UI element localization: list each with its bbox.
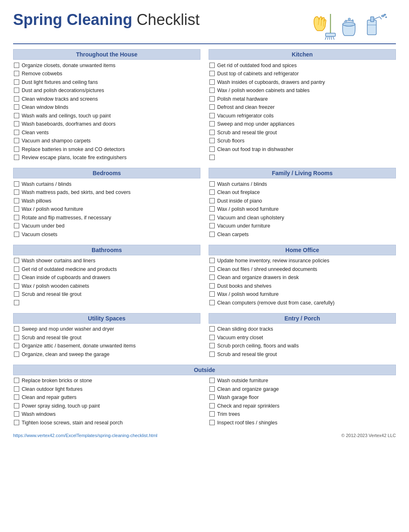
item-text: Organize, clean and sweep the garage (22, 351, 110, 358)
checkbox[interactable] (14, 206, 19, 212)
page-wrapper: Spring Cleaning Checklist (13, 11, 396, 438)
list-item: Scrub floors (209, 137, 396, 146)
item-text: Scrub and reseal tile grout (217, 351, 277, 358)
item-text: Check and repair sprinklers (217, 403, 279, 410)
checkbox[interactable] (209, 79, 215, 85)
checkbox[interactable] (14, 258, 19, 263)
checkbox[interactable] (14, 394, 19, 400)
section-items-bathrooms: Wash shower curtains and linersGet rid o… (13, 257, 200, 306)
checkbox[interactable] (14, 198, 19, 203)
list-item: Scrub and reseal tile grout (209, 350, 396, 359)
checkbox[interactable] (209, 138, 215, 143)
checkbox[interactable] (14, 275, 19, 280)
checkbox[interactable] (14, 420, 19, 425)
checkbox[interactable] (14, 223, 19, 228)
checkbox[interactable] (14, 71, 19, 76)
checkbox[interactable] (14, 352, 19, 357)
checkbox[interactable] (209, 291, 215, 297)
checkbox[interactable] (14, 147, 19, 152)
checkbox[interactable] (14, 386, 19, 392)
checkbox[interactable] (14, 283, 19, 289)
checkbox[interactable] (209, 223, 215, 228)
svg-rect-13 (326, 33, 335, 36)
checkbox[interactable] (209, 215, 215, 220)
list-item: Inspect roof tiles / shingles (209, 419, 396, 427)
checkbox[interactable] (14, 104, 19, 110)
list-item (13, 299, 200, 306)
checkbox[interactable] (209, 113, 215, 118)
checkbox[interactable] (14, 378, 19, 383)
list-item: Rotate and flip mattresses, if necessary (13, 214, 200, 222)
list-item: Wash insides of cupboards, drawers and p… (209, 78, 396, 87)
checkbox[interactable] (209, 189, 215, 195)
item-text: Replace batteries in smoke and CO detect… (22, 146, 125, 153)
checkbox[interactable] (209, 275, 215, 280)
checkbox[interactable] (14, 121, 19, 126)
checkbox[interactable] (209, 121, 215, 126)
checkbox[interactable] (209, 326, 215, 331)
checkbox[interactable] (14, 155, 19, 160)
checkbox[interactable] (209, 96, 215, 101)
item-text: Scrub porch ceiling, floors and walls (217, 343, 299, 350)
checkbox[interactable] (14, 189, 19, 195)
item-text: Clean vents (22, 129, 49, 137)
checkbox[interactable] (209, 335, 215, 340)
checkbox[interactable] (14, 266, 19, 272)
checkbox[interactable] (14, 181, 19, 187)
list-item: Wax / polish wood furniture (209, 205, 396, 214)
checkbox[interactable] (209, 300, 215, 305)
checkbox[interactable] (14, 343, 19, 348)
checkbox[interactable] (209, 155, 215, 160)
list-item: Wash curtains / blinds (13, 180, 200, 189)
checkbox[interactable] (14, 291, 19, 297)
checkbox[interactable] (209, 411, 215, 417)
list-item: Clean sliding door tracks (209, 325, 396, 334)
footer-url[interactable]: https://www.vertex42.com/ExcelTemplates/… (13, 433, 157, 438)
checkbox[interactable] (14, 232, 19, 237)
checkbox[interactable] (209, 88, 215, 93)
checkbox[interactable] (209, 130, 215, 135)
section-items-kitchen: Get rid of outdated food and spicesDust … (209, 61, 396, 161)
list-item: Clean outdoor light fixtures (13, 385, 200, 394)
checkbox[interactable] (209, 206, 215, 212)
checkbox[interactable] (209, 181, 215, 187)
list-item: Wash outside furniture (209, 377, 396, 385)
checkbox[interactable] (14, 96, 19, 101)
checkbox[interactable] (209, 63, 215, 68)
checkbox[interactable] (209, 104, 215, 110)
checkbox[interactable] (209, 352, 215, 357)
checkbox[interactable] (209, 420, 215, 425)
checkbox[interactable] (209, 198, 215, 203)
checkbox[interactable] (14, 130, 19, 135)
checkbox[interactable] (209, 378, 215, 383)
checkbox[interactable] (14, 335, 19, 340)
checkbox[interactable] (14, 326, 19, 331)
checkbox[interactable] (209, 403, 215, 408)
checkbox[interactable] (14, 79, 19, 85)
section-items-home-office: Update home inventory, review insurance … (209, 257, 396, 307)
checkbox[interactable] (209, 232, 215, 237)
checkbox[interactable] (14, 215, 19, 220)
checkbox[interactable] (209, 147, 215, 152)
list-item: Organize, clean and sweep the garage (13, 350, 200, 359)
item-text: Power spray siding, touch up paint (22, 403, 100, 410)
checkbox[interactable] (14, 300, 19, 305)
checkbox[interactable] (14, 138, 19, 143)
checkbox[interactable] (209, 258, 215, 263)
svg-rect-1 (371, 17, 374, 22)
checkbox[interactable] (209, 266, 215, 272)
checkbox[interactable] (14, 411, 19, 417)
checkbox[interactable] (14, 113, 19, 118)
item-text: Rotate and flip mattresses, if necessary (22, 214, 111, 222)
checkbox[interactable] (209, 386, 215, 392)
checkbox[interactable] (14, 88, 19, 93)
list-item: Dust inside of piano (209, 197, 396, 205)
checkbox[interactable] (209, 283, 215, 289)
checkbox[interactable] (209, 343, 215, 348)
checkbox[interactable] (14, 63, 19, 68)
checkbox[interactable] (209, 394, 215, 400)
checkbox[interactable] (14, 403, 19, 408)
checkbox[interactable] (209, 71, 215, 76)
list-item: Wash shower curtains and liners (13, 257, 200, 266)
svg-rect-0 (367, 20, 376, 35)
